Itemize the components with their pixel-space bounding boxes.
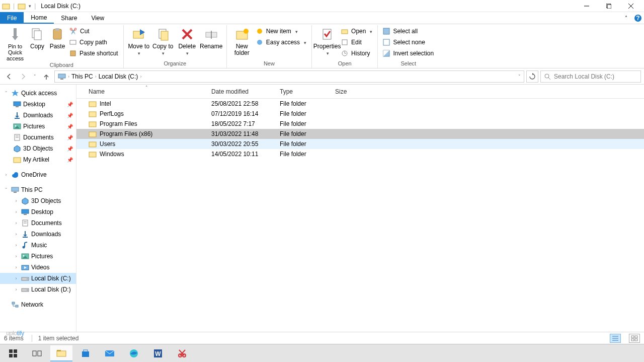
chevron-down-icon[interactable]: ˅ [3, 91, 9, 96]
tree-network[interactable]: Network [0, 299, 76, 310]
tree-item-pictures[interactable]: ›Pictures [0, 251, 76, 262]
refresh-button[interactable] [526, 70, 538, 83]
tab-home[interactable]: Home [24, 12, 54, 24]
chevron-right-icon[interactable]: › [13, 265, 19, 270]
tree-item-music[interactable]: ›Music [0, 240, 76, 251]
chevron-right-icon[interactable]: › [68, 74, 69, 79]
breadcrumb-this-pc[interactable]: This PC [71, 73, 93, 80]
address-box[interactable]: › This PC › Local Disk (C:) › ˅ [54, 70, 524, 83]
paste-shortcut-button[interactable]: Paste shortcut [67, 48, 120, 58]
help-button[interactable]: ? [632, 12, 644, 24]
maximize-button[interactable] [598, 0, 620, 12]
column-date[interactable]: Date modified [208, 88, 277, 95]
chevron-right-icon[interactable]: › [13, 198, 19, 203]
tree-item-videos[interactable]: ›Videos [0, 262, 76, 273]
history-button[interactable]: History [339, 48, 374, 58]
tree-item-downloads[interactable]: ›Downloads [0, 229, 76, 240]
chevron-right-icon[interactable]: › [13, 243, 19, 248]
tree-item-my-artikel[interactable]: My Artikel📌 [0, 154, 76, 165]
pin-to-quick-access-button[interactable]: Pin to Quick access [3, 25, 27, 61]
details-view-button[interactable] [610, 334, 621, 343]
open-button[interactable]: Open [339, 26, 374, 36]
properties-button[interactable]: Properties [315, 25, 339, 56]
chevron-right-icon[interactable]: › [13, 232, 19, 237]
chevron-right-icon[interactable]: › [13, 254, 19, 259]
chevron-down-icon[interactable]: ˅ [3, 187, 9, 192]
taskbar-file-explorer[interactable] [50, 345, 72, 361]
svg-rect-91 [89, 152, 96, 157]
back-button[interactable] [3, 70, 15, 83]
qat-dropdown-icon[interactable]: ▾ [29, 4, 31, 9]
tab-view[interactable]: View [84, 12, 111, 24]
file-row[interactable]: PerfLogs07/12/2019 16:14File folder [76, 109, 644, 119]
tree-item-pictures[interactable]: Pictures📌 [0, 121, 76, 132]
column-size[interactable]: Size [332, 88, 368, 95]
file-row[interactable]: Windows14/05/2022 10:11File folder [76, 149, 644, 159]
select-none-button[interactable]: Select none [381, 37, 436, 47]
start-button[interactable] [2, 345, 24, 361]
tab-share[interactable]: Share [54, 12, 84, 24]
copy-button[interactable]: Copy [27, 25, 47, 50]
close-button[interactable] [620, 0, 642, 12]
delete-button[interactable]: Delete [175, 25, 199, 56]
tree-item-3d-objects[interactable]: 3D Objects📌 [0, 143, 76, 154]
copy-path-button[interactable]: Copy path [67, 37, 120, 47]
large-icons-view-button[interactable] [629, 334, 640, 343]
column-type[interactable]: Type [277, 88, 332, 95]
copy-to-button[interactable]: Copy to [151, 25, 175, 56]
address-dropdown-button[interactable]: ˅ [518, 74, 521, 79]
tree-item-desktop[interactable]: ›Desktop [0, 206, 76, 218]
recent-locations-button[interactable]: ˅ [31, 70, 38, 83]
new-item-button[interactable]: New item [254, 26, 308, 36]
easy-access-button[interactable]: Easy access [254, 37, 308, 47]
chevron-right-icon[interactable]: › [140, 74, 141, 79]
chevron-right-icon[interactable]: › [13, 287, 19, 292]
tree-item-3d-objects[interactable]: ›3D Objects [0, 195, 76, 206]
select-all-button[interactable]: Select all [381, 26, 436, 36]
taskbar-edge[interactable] [123, 345, 145, 361]
svg-rect-86 [89, 102, 96, 107]
task-view-button[interactable] [26, 345, 48, 361]
paste-button[interactable]: Paste [47, 25, 67, 50]
taskbar-word[interactable]: W [147, 345, 169, 361]
search-box[interactable]: Search Local Disk (C:) [540, 70, 641, 83]
up-button[interactable] [40, 70, 52, 83]
file-row[interactable]: Program Files (x86)31/03/2022 11:48File … [76, 129, 644, 139]
tree-this-pc[interactable]: ˅ This PC [0, 184, 76, 195]
cut-button[interactable]: ✂️ Cut [67, 26, 120, 36]
taskbar-snip[interactable] [171, 345, 193, 361]
svg-marker-62 [22, 198, 28, 204]
file-row[interactable]: Program Files18/05/2022 7:17File folder [76, 119, 644, 129]
qat-folder-icon[interactable] [18, 2, 26, 10]
file-row[interactable]: Intel25/08/2021 22:58File folder [76, 99, 644, 109]
column-name[interactable]: ˄ Name [86, 88, 208, 95]
tree-item-downloads[interactable]: Downloads📌 [0, 110, 76, 121]
chevron-right-icon[interactable]: › [3, 172, 9, 177]
chevron-right-icon[interactable]: › [13, 221, 19, 226]
tree-item-desktop[interactable]: Desktop📌 [0, 99, 76, 110]
chevron-right-icon[interactable]: › [95, 74, 97, 79]
tree-label: This PC [21, 186, 43, 193]
tree-item-documents[interactable]: ›Documents [0, 218, 76, 229]
rename-button[interactable]: Rename [199, 25, 223, 50]
collapse-ribbon-button[interactable]: ˄ [620, 12, 632, 24]
file-row[interactable]: Users30/03/2022 20:55File folder [76, 139, 644, 149]
tree-item-local-disk-c-[interactable]: ›Local Disk (C:) [0, 273, 76, 284]
pin-icon: 📌 [67, 146, 73, 152]
taskbar-store[interactable] [74, 345, 97, 361]
chevron-right-icon[interactable]: › [13, 276, 19, 281]
forward-button[interactable] [17, 70, 29, 83]
breadcrumb-drive[interactable]: Local Disk (C:) [99, 73, 138, 80]
tree-onedrive[interactable]: › OneDrive [0, 169, 76, 180]
edit-button[interactable]: Edit [339, 37, 374, 47]
taskbar-mail[interactable] [99, 345, 121, 361]
tab-file[interactable]: File [0, 12, 24, 24]
tree-quick-access[interactable]: ˅ Quick access [0, 88, 76, 99]
invert-selection-button[interactable]: Invert selection [381, 48, 436, 58]
new-folder-button[interactable]: New folder [230, 25, 254, 56]
tree-item-local-disk-d-[interactable]: ›Local Disk (D:) [0, 284, 76, 295]
tree-item-documents[interactable]: Documents📌 [0, 132, 76, 143]
move-to-button[interactable]: Move to [127, 25, 151, 56]
chevron-right-icon[interactable]: › [13, 209, 19, 214]
minimize-button[interactable] [576, 0, 598, 12]
